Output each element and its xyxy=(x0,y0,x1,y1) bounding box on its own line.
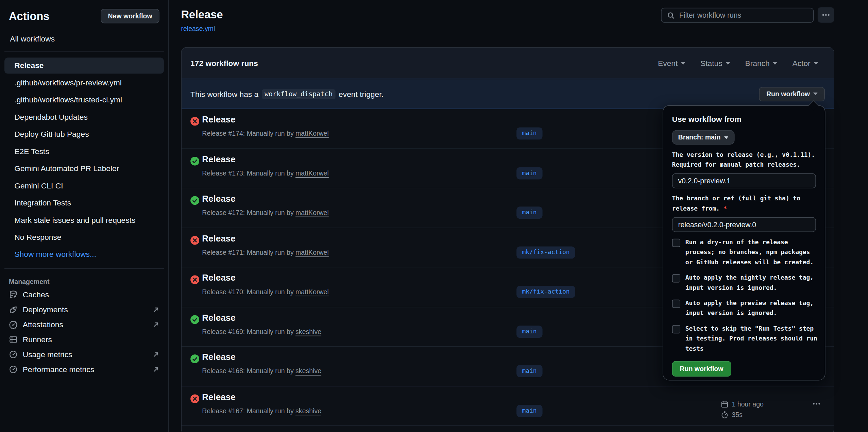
actor-link[interactable]: mattKorwel xyxy=(295,288,329,296)
chevron-down-icon xyxy=(773,62,777,65)
run-workflow-panel: Use workflow from Branch: main The versi… xyxy=(663,105,826,380)
filter-workflow-runs-input[interactable]: Filter workflow runs xyxy=(661,8,814,23)
sidebar-item-github-workflows-pr-review-yml[interactable]: .github/workflows/pr-review.yml xyxy=(4,75,164,91)
branch-pill[interactable]: mk/fix-action xyxy=(516,286,575,298)
check-circle-icon xyxy=(190,354,199,363)
run-title-link[interactable]: Release xyxy=(202,352,236,362)
gauge-icon xyxy=(9,350,18,359)
new-workflow-button[interactable]: New workflow xyxy=(101,9,159,23)
external-link-icon xyxy=(153,351,159,358)
actor-link[interactable]: mattKorwel xyxy=(295,209,329,217)
run-title-link[interactable]: Release xyxy=(202,273,236,283)
workflow-input-field[interactable] xyxy=(672,217,816,232)
management-list: CachesDeploymentsAttestationsRunnersUsag… xyxy=(0,287,168,377)
sidebar-item-github-workflows-trusted-ci-yml[interactable]: .github/workflows/trusted-ci.yml xyxy=(4,92,164,108)
chevron-down-icon xyxy=(813,93,818,95)
actor-link[interactable]: mattKorwel xyxy=(295,248,329,256)
search-icon xyxy=(667,11,675,19)
sidebar-item-release[interactable]: Release xyxy=(4,57,164,73)
chevron-down-icon xyxy=(724,136,728,139)
actor-link[interactable]: mattKorwel xyxy=(295,130,329,137)
actor-link[interactable]: skeshive xyxy=(295,407,321,415)
checkbox[interactable] xyxy=(672,325,680,333)
sidebar-item-runners[interactable]: Runners xyxy=(4,332,164,347)
x-circle-icon xyxy=(190,236,199,245)
branch-pill[interactable]: main xyxy=(516,127,542,139)
branch-pill[interactable]: main xyxy=(516,206,542,219)
sidebar-item-show-more-workflows[interactable]: Show more workflows... xyxy=(4,247,164,263)
sidebar-item-dependabot-updates[interactable]: Dependabot Updates xyxy=(4,109,164,125)
server-icon xyxy=(9,335,18,344)
sidebar-item-e2e-tests[interactable]: E2E Tests xyxy=(4,144,164,160)
run-title-link[interactable]: Release xyxy=(202,194,236,204)
chevron-down-icon xyxy=(814,62,818,65)
run-workflow-dropdown-button[interactable]: Run workflow xyxy=(759,87,825,101)
required-asterisk: * xyxy=(720,205,727,212)
sidebar-item-usage-metrics[interactable]: Usage metrics xyxy=(4,347,164,362)
sidebar-item-performance-metrics[interactable]: Performance metrics xyxy=(4,362,164,377)
sidebar-item-no-response[interactable]: No Response xyxy=(4,229,164,245)
management-item-label: Usage metrics xyxy=(23,350,72,359)
run-subtitle: Release #173: Manually run by mattKorwel xyxy=(202,169,329,177)
run-title-link[interactable]: Release xyxy=(202,313,236,322)
check-circle-icon xyxy=(190,196,199,205)
x-circle-icon xyxy=(190,394,199,403)
workflow-run-row[interactable]: Release Release #167: Manually run by sk… xyxy=(182,386,834,426)
management-item-label: Caches xyxy=(23,290,49,299)
external-link-icon xyxy=(153,366,159,373)
sidebar-item-integration-tests[interactable]: Integration Tests xyxy=(4,195,164,211)
partial-run-row xyxy=(182,426,834,432)
run-title-link[interactable]: Release xyxy=(202,233,236,243)
workflow-list: Release.github/workflows/pr-review.yml.g… xyxy=(0,57,168,263)
chevron-down-icon xyxy=(681,62,685,65)
checkbox[interactable] xyxy=(672,239,680,247)
workflow-file-link[interactable]: release.yml xyxy=(181,25,215,33)
input-description: The version to release (e.g., v0.1.11).R… xyxy=(672,150,816,170)
workflow-dispatch-banner: This workflow has a workflow_dispatch ev… xyxy=(182,79,834,109)
branch-select-button[interactable]: Branch: main xyxy=(672,130,734,145)
sidebar-item-caches[interactable]: Caches xyxy=(4,287,164,302)
filter-placeholder: Filter workflow runs xyxy=(679,11,741,19)
sidebar-item-gemini-cli-ci[interactable]: Gemini CLI CI xyxy=(4,178,164,194)
workflow-input-field[interactable] xyxy=(672,173,816,188)
check-circle-icon xyxy=(190,315,199,324)
actions-sidebar: Actions New workflow All workflows Relea… xyxy=(0,0,169,432)
run-title-link[interactable]: Release xyxy=(202,115,236,124)
row-kebab-menu-button[interactable] xyxy=(813,402,820,405)
banner-text: This workflow has a xyxy=(190,89,258,98)
input-description: The branch or ref (full git sha) torelea… xyxy=(672,194,816,214)
branch-pill[interactable]: main xyxy=(516,404,542,417)
branch-pill[interactable]: mk/fix-action xyxy=(516,246,575,259)
sidebar-item-mark-stale-issues-and-pull-requests[interactable]: Mark stale issues and pull requests xyxy=(4,212,164,228)
filter-dropdown-status[interactable]: Status xyxy=(700,59,730,68)
actor-link[interactable]: mattKorwel xyxy=(295,169,329,177)
sidebar-item-gemini-automated-pr-labeler[interactable]: Gemini Automated PR Labeler xyxy=(4,161,164,177)
panel-checkboxes: Run a dry-run of the releaseprocess; no … xyxy=(672,237,816,354)
checkbox[interactable] xyxy=(672,300,680,308)
actor-link[interactable]: skeshive xyxy=(295,328,321,335)
kebab-menu-button[interactable] xyxy=(818,7,834,23)
runs-header: 172 workflow runs EventStatusBranchActor xyxy=(182,48,834,79)
run-title-link[interactable]: Release xyxy=(202,154,236,164)
branch-pill[interactable]: main xyxy=(516,365,542,377)
sidebar-item-deploy-github-pages[interactable]: Deploy GitHub Pages xyxy=(4,126,164,142)
management-item-label: Performance metrics xyxy=(23,365,94,374)
branch-pill[interactable]: main xyxy=(516,326,542,338)
sidebar-item-attestations[interactable]: Attestations xyxy=(4,317,164,332)
run-workflow-submit-button[interactable]: Run workflow xyxy=(672,361,731,377)
filter-dropdown-branch[interactable]: Branch xyxy=(745,59,777,68)
run-title-link[interactable]: Release xyxy=(202,392,236,402)
run-subtitle: Release #170: Manually run by mattKorwel xyxy=(202,288,329,296)
external-link-icon xyxy=(153,306,159,313)
filter-dropdown-event[interactable]: Event xyxy=(658,59,685,68)
sidebar-item-all-workflows[interactable]: All workflows xyxy=(4,31,164,47)
panel-fields: The version to release (e.g., v0.1.11).R… xyxy=(672,150,816,232)
checkbox[interactable] xyxy=(672,274,680,282)
chevron-down-icon xyxy=(726,62,730,65)
stopwatch-icon xyxy=(721,411,729,419)
actor-link[interactable]: skeshive xyxy=(295,367,321,375)
filter-dropdown-actor[interactable]: Actor xyxy=(792,59,818,68)
sidebar-item-deployments[interactable]: Deployments xyxy=(4,302,164,317)
branch-pill[interactable]: main xyxy=(516,167,542,179)
checkbox-label: Select to skip the "Run Tests" stepin te… xyxy=(685,324,817,354)
